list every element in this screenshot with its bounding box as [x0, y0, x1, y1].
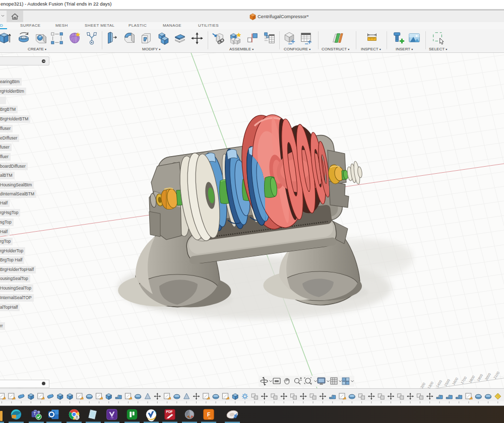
svg-text:PDF: PDF	[166, 410, 173, 413]
svg-text:360: 360	[208, 417, 211, 419]
svg-text:1300: 1300	[427, 381, 434, 388]
svg-text:F: F	[207, 412, 210, 417]
svg-text:CentrifugalCompressor*: CentrifugalCompressor*	[258, 14, 309, 19]
svg-text:1700: 1700	[460, 376, 467, 385]
svg-text:T: T	[33, 411, 36, 416]
svg-text:VM: VM	[110, 417, 113, 419]
svg-text:2100: 2100	[493, 371, 500, 380]
svg-text:2000: 2000	[484, 373, 491, 381]
svg-text:1400: 1400	[435, 380, 443, 388]
svg-text:1200: 1200	[419, 382, 426, 388]
svg-text:1900: 1900	[476, 374, 483, 382]
svg-text:1600: 1600	[452, 377, 459, 386]
